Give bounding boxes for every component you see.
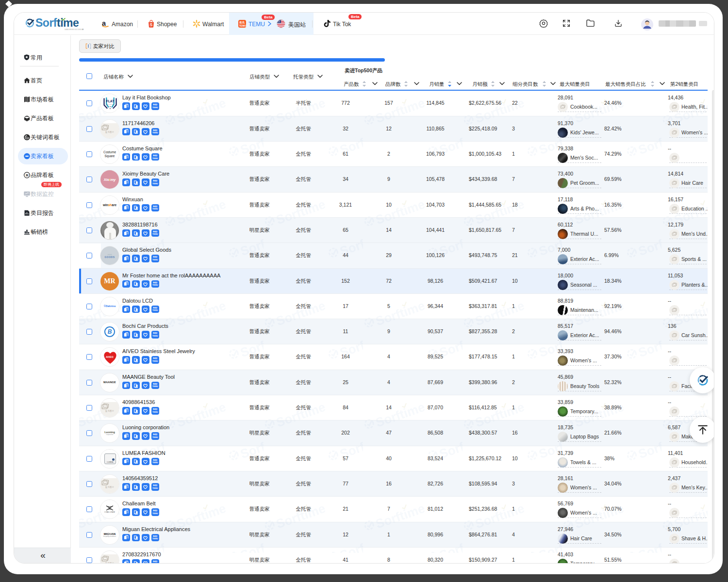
svg-text:S: S [150, 22, 153, 27]
svg-text:AIVEO: AIVEO [106, 356, 114, 358]
svg-text:TEMU: TEMU [239, 24, 246, 27]
svg-text:FLAT: FLAT [106, 99, 115, 103]
svg-text:R: R [26, 173, 29, 178]
svg-text:THE ART INTO: THE ART INTO [106, 104, 114, 105]
